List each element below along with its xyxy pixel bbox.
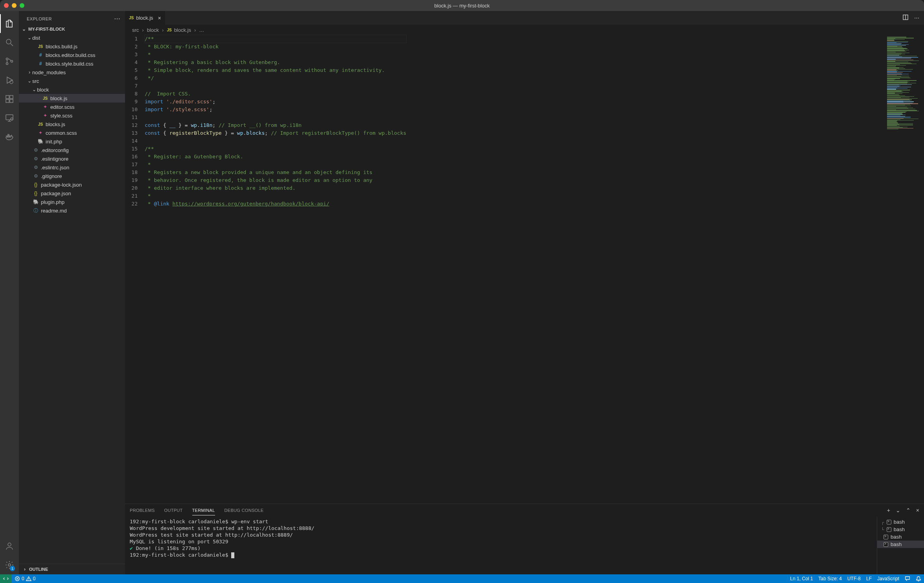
close-window[interactable]: [4, 3, 9, 8]
file-label: blocks.editor.build.css: [46, 52, 95, 58]
maximize-panel-icon[interactable]: ⌃: [906, 507, 911, 513]
maximize-window[interactable]: [20, 3, 24, 8]
remote-explorer-icon[interactable]: [0, 108, 19, 127]
file-item[interactable]: ⓘreadme.md: [19, 206, 125, 215]
indent-status[interactable]: Tab Size: 4: [816, 576, 845, 581]
terminal-session[interactable]: bash: [877, 541, 924, 548]
file-item[interactable]: ✦editor.scss: [19, 103, 125, 111]
file-item[interactable]: {}package-lock.json: [19, 180, 125, 189]
eol-status[interactable]: LF: [863, 576, 874, 581]
folder-root[interactable]: ⌄ MY-FIRST-BLOCK: [19, 25, 125, 33]
more-actions-icon[interactable]: ⋯: [914, 15, 919, 21]
folder-label: src: [32, 78, 39, 84]
folder-item[interactable]: ⌄block: [19, 85, 125, 94]
terminal-output[interactable]: 192:my-first-block carlodaniele$ wp-env …: [125, 517, 877, 574]
notifications-icon[interactable]: [913, 576, 924, 581]
file-item[interactable]: 🐘plugin.php: [19, 198, 125, 206]
file-type-icon: ⚙: [32, 165, 39, 170]
tab-block-js[interactable]: JS block.js ×: [125, 11, 166, 25]
file-item[interactable]: 🐘init.php: [19, 137, 125, 146]
manage-icon[interactable]: 1: [0, 556, 19, 574]
tab-close-icon[interactable]: ×: [158, 15, 161, 21]
svg-rect-6: [10, 95, 13, 99]
language-mode[interactable]: JavaScript: [874, 576, 902, 581]
file-item[interactable]: JSblock.js: [19, 94, 125, 103]
terminal-session[interactable]: └bash: [877, 526, 924, 533]
folder-item[interactable]: ›node_modules: [19, 68, 125, 77]
breadcrumb-item[interactable]: src: [132, 27, 139, 33]
file-type-icon: ⚙: [32, 173, 39, 179]
file-label: readme.md: [41, 208, 67, 214]
file-type-icon: 🐘: [32, 199, 39, 205]
file-item[interactable]: #blocks.style.build.css: [19, 59, 125, 68]
file-item[interactable]: ✦common.scss: [19, 128, 125, 137]
svg-rect-7: [6, 99, 9, 103]
terminal-session[interactable]: bash: [877, 533, 924, 541]
close-panel-icon[interactable]: ×: [916, 507, 919, 513]
file-type-icon: #: [37, 52, 44, 58]
split-terminal-chevron-icon[interactable]: ⌄: [896, 507, 900, 513]
file-label: blocks.build.js: [46, 44, 77, 50]
file-label: style.scss: [50, 113, 72, 119]
svg-point-2: [6, 63, 8, 65]
file-item[interactable]: #blocks.editor.build.css: [19, 51, 125, 59]
accounts-icon[interactable]: [0, 537, 19, 556]
outline-section[interactable]: › OUTLINE: [19, 564, 125, 574]
terminal-session[interactable]: ┌bash: [877, 518, 924, 526]
file-type-icon: 🐘: [37, 139, 44, 144]
folder-item[interactable]: ⌄dist: [19, 33, 125, 42]
run-debug-icon[interactable]: [0, 71, 19, 90]
file-label: .editorconfig: [41, 147, 69, 153]
breadcrumb-item[interactable]: …: [199, 27, 204, 33]
panel-tab-problems[interactable]: PROBLEMS: [130, 506, 155, 515]
split-editor-icon[interactable]: [902, 14, 909, 22]
source-control-icon[interactable]: [0, 52, 19, 71]
minimize-window[interactable]: [12, 3, 17, 8]
file-type-icon: {}: [32, 182, 39, 187]
file-item[interactable]: ⚙.eslintignore: [19, 154, 125, 163]
breadcrumbs[interactable]: src › block › JS block.js › …: [125, 25, 924, 35]
line-numbers: 12345678910111213141516171819202122: [125, 35, 145, 504]
extensions-icon[interactable]: [0, 90, 19, 108]
svg-rect-9: [6, 115, 13, 120]
file-item[interactable]: ⚙.gitignore: [19, 172, 125, 180]
panel: PROBLEMS OUTPUT TERMINAL DEBUG CONSOLE +…: [125, 504, 924, 574]
file-label: block.js: [50, 95, 67, 101]
file-label: blocks.js: [46, 121, 65, 127]
docker-icon[interactable]: [0, 127, 19, 146]
encoding-status[interactable]: UTF-8: [845, 576, 863, 581]
svg-rect-11: [6, 136, 7, 137]
sidebar-more-icon[interactable]: ⋯: [114, 15, 121, 22]
remote-indicator[interactable]: [0, 574, 12, 583]
code-content[interactable]: /** * BLOCK: my-first-block * * Register…: [145, 35, 406, 504]
session-label: bash: [891, 541, 902, 547]
file-item[interactable]: ✦style.scss: [19, 111, 125, 120]
file-item[interactable]: {}package.json: [19, 189, 125, 198]
folder-item[interactable]: ⌄src: [19, 77, 125, 85]
file-item[interactable]: ⚙.editorconfig: [19, 146, 125, 154]
panel-tab-output[interactable]: OUTPUT: [164, 506, 183, 515]
panel-tab-terminal[interactable]: TERMINAL: [192, 506, 215, 515]
file-item[interactable]: JSblocks.js: [19, 120, 125, 128]
file-type-icon: ⚙: [32, 156, 39, 161]
panel-tab-debug[interactable]: DEBUG CONSOLE: [225, 506, 264, 515]
breadcrumb-item[interactable]: block: [147, 27, 159, 33]
new-terminal-icon[interactable]: +: [887, 507, 890, 513]
root-folder-label: MY-FIRST-BLOCK: [28, 27, 65, 31]
minimap[interactable]: [885, 35, 924, 504]
js-file-icon: JS: [129, 16, 134, 20]
folder-label: node_modules: [32, 70, 66, 75]
feedback-icon[interactable]: [902, 576, 913, 581]
folder-label: block: [37, 87, 49, 93]
terminal-sessions: ┌bash└bashbashbash: [877, 517, 924, 574]
file-item[interactable]: JSblocks.build.js: [19, 42, 125, 51]
file-type-icon: ⚙: [32, 147, 39, 153]
cursor-position[interactable]: Ln 1, Col 1: [788, 576, 816, 581]
problems-status[interactable]: 0 0: [12, 574, 38, 583]
explorer-icon[interactable]: [0, 14, 19, 33]
svg-point-3: [11, 60, 13, 62]
file-item[interactable]: ⚙.eslintrc.json: [19, 163, 125, 172]
code-editor[interactable]: 12345678910111213141516171819202122 /** …: [125, 35, 924, 504]
breadcrumb-item[interactable]: block.js: [174, 27, 191, 33]
search-icon[interactable]: [0, 33, 19, 52]
